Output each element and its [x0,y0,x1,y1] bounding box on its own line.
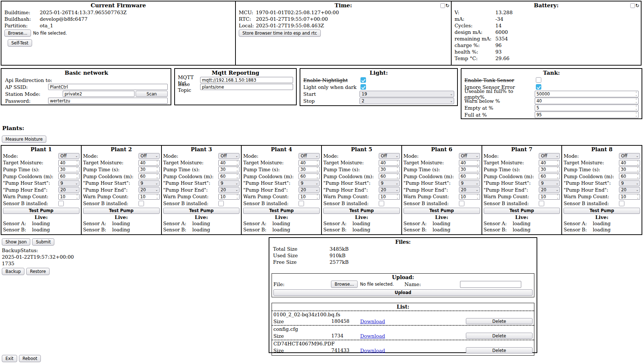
spinner-icon[interactable]: ⌃⌄ [236,175,239,178]
spinner-icon[interactable]: ⌃⌄ [476,161,479,165]
spinner-icon[interactable]: ⌃⌄ [156,161,159,165]
tank-setting-input[interactable]: 50000 ⌃⌄ [535,91,639,97]
spinner-icon[interactable]: ⌃⌄ [236,161,239,165]
pump-cooldown-input[interactable]: 60 ⌃⌄ [58,173,79,179]
spinner-icon[interactable]: ⌃⌄ [316,175,319,178]
pump-time-input[interactable]: 30 ⌃⌄ [58,167,79,172]
pump-hour-end-select[interactable]: 20 ⌄ [58,187,79,193]
target-moisture-input[interactable]: 40 ⌃⌄ [218,160,239,166]
spinner-icon[interactable]: ⌃⌄ [156,168,159,171]
sensor-b-installed-checkbox[interactable] [139,201,144,206]
spinner-icon[interactable]: ⌃⌄ [476,195,479,199]
download-link[interactable]: Download [360,318,415,324]
delete-button[interactable]: Delete [466,347,533,353]
spinner-icon[interactable]: ⌃⌄ [557,195,559,199]
password-input[interactable] [48,98,168,104]
battery-autorefresh-checkbox[interactable] [630,3,635,8]
upload-button[interactable]: Upload [273,289,533,296]
refresh-icon[interactable]: ↻ [635,3,639,8]
firmware-browse-button[interactable]: Browse... [4,30,31,37]
mode-select[interactable]: Off ⌄ [539,153,560,159]
tank-setting-input[interactable]: 40 ⌃⌄ [535,98,639,104]
tank-setting-input[interactable]: 95 ⌃⌄ [535,111,639,118]
ap-ssid-input[interactable] [48,84,168,90]
mqtt-topic-input[interactable] [200,84,293,90]
mode-select[interactable]: Off ⌄ [139,153,160,159]
target-moisture-input[interactable]: 40 ⌃⌄ [299,160,320,166]
enable-nightlight-checkbox[interactable] [361,77,366,83]
spinner-icon[interactable]: ⌃⌄ [635,99,638,103]
station-mode-input[interactable] [63,91,135,97]
pump-cooldown-input[interactable]: 60 ⌃⌄ [379,173,400,179]
warn-pump-count-input[interactable]: 10 ⌃⌄ [299,194,320,200]
pump-hour-start-select[interactable]: 9 ⌄ [58,180,79,186]
target-moisture-input[interactable]: 40 ⌃⌄ [619,160,640,166]
sensor-b-installed-checkbox[interactable] [299,201,304,206]
spinner-icon[interactable]: ⌃⌄ [557,175,559,178]
mqtt-url-input[interactable] [200,77,293,83]
target-moisture-input[interactable]: 40 ⌃⌄ [139,160,160,166]
pump-hour-end-select[interactable]: 20 ⌄ [619,187,640,193]
test-pump-button[interactable]: Test Pump [3,208,79,214]
sensor-b-installed-checkbox[interactable] [459,201,464,206]
pump-hour-start-select[interactable]: 9 ⌄ [299,180,320,186]
delete-button[interactable]: Delete [466,333,533,339]
sensor-b-installed-checkbox[interactable] [379,201,384,206]
spinner-icon[interactable]: ⌃⌄ [636,175,639,178]
pump-hour-start-select[interactable]: 9 ⌄ [218,180,239,186]
refresh-icon[interactable]: ↻ [445,3,449,8]
pump-cooldown-input[interactable]: 60 ⌃⌄ [139,173,160,179]
pump-hour-end-select[interactable]: 20 ⌄ [539,187,560,193]
pump-time-input[interactable]: 30 ⌃⌄ [139,167,160,172]
warn-pump-count-input[interactable]: 10 ⌃⌄ [459,194,480,200]
spinner-icon[interactable]: ⌃⌄ [635,92,638,96]
pump-hour-start-select[interactable]: 9 ⌄ [539,180,560,186]
sensor-b-installed-checkbox[interactable] [218,201,224,206]
restore-button[interactable]: Restore [26,268,50,275]
warn-pump-count-input[interactable]: 10 ⌃⌄ [139,194,160,200]
spinner-icon[interactable]: ⌃⌄ [636,168,639,171]
test-pump-button[interactable]: Test Pump [323,208,400,214]
light-start-select[interactable]: 19 ⌄ [359,91,454,97]
test-pump-button[interactable]: Test Pump [564,208,640,214]
light-stop-select[interactable]: 2 ⌄ [359,98,454,104]
light-only-dark-checkbox[interactable] [361,84,366,90]
spinner-icon[interactable]: ⌃⌄ [316,168,319,171]
mode-select[interactable]: Off ⌄ [379,153,400,159]
spinner-icon[interactable]: ⌃⌄ [636,195,639,199]
pump-hour-start-select[interactable]: 9 ⌄ [459,180,480,186]
upload-name-input[interactable] [460,281,521,288]
pump-time-input[interactable]: 30 ⌃⌄ [299,167,320,172]
test-pump-button[interactable]: Test Pump [163,208,240,214]
spinner-icon[interactable]: ⌃⌄ [76,168,78,171]
enable-tank-sensor-checkbox[interactable] [536,77,541,83]
pump-hour-start-select[interactable]: 9 ⌄ [139,180,160,186]
upload-browse-button[interactable]: Browse... [331,281,358,288]
pump-cooldown-input[interactable]: 60 ⌃⌄ [218,173,239,179]
pump-time-input[interactable]: 30 ⌃⌄ [539,167,560,172]
pump-time-input[interactable]: 30 ⌃⌄ [459,167,480,172]
test-pump-button[interactable]: Test Pump [243,208,320,214]
sensor-b-installed-checkbox[interactable] [539,201,544,206]
spinner-icon[interactable]: ⌃⌄ [396,168,399,171]
pump-hour-end-select[interactable]: 20 ⌄ [139,187,160,193]
mode-select[interactable]: Off ⌄ [619,153,640,159]
reboot-button[interactable]: Reboot [19,355,41,362]
target-moisture-input[interactable]: 40 ⌃⌄ [459,160,480,166]
pump-time-input[interactable]: 30 ⌃⌄ [218,167,239,172]
test-pump-button[interactable]: Test Pump [484,208,560,214]
mode-select[interactable]: Off ⌄ [459,153,480,159]
spinner-icon[interactable]: ⌃⌄ [557,161,559,165]
spinner-icon[interactable]: ⌃⌄ [236,168,239,171]
spinner-icon[interactable]: ⌃⌄ [396,175,399,178]
pump-hour-end-select[interactable]: 20 ⌄ [379,187,400,193]
spinner-icon[interactable]: ⌃⌄ [476,175,479,178]
scan-button[interactable]: Scan [136,91,168,97]
mode-select[interactable]: Off ⌄ [58,153,79,159]
spinner-icon[interactable]: ⌃⌄ [76,195,78,199]
measure-moisture-button[interactable]: Measure Moisture [2,136,46,143]
pump-hour-start-select[interactable]: 9 ⌄ [619,180,640,186]
warn-pump-count-input[interactable]: 10 ⌃⌄ [379,194,400,200]
spinner-icon[interactable]: ⌃⌄ [476,168,479,171]
target-moisture-input[interactable]: 40 ⌃⌄ [379,160,400,166]
